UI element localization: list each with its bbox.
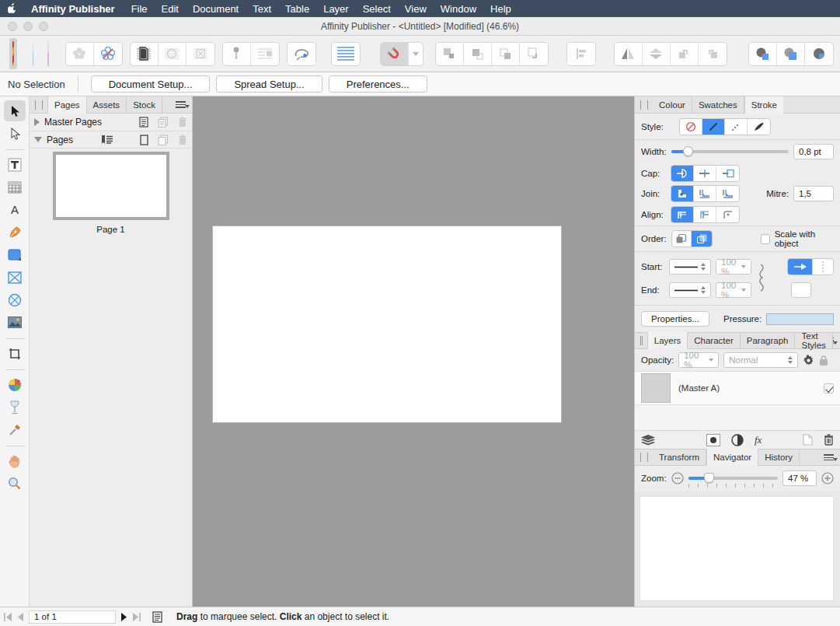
preferences-button[interactable]: Preferences... bbox=[329, 75, 427, 93]
flower-slash-icon[interactable] bbox=[94, 43, 122, 65]
geometry-subtract-icon[interactable] bbox=[777, 43, 805, 65]
next-page-button[interactable] bbox=[120, 613, 127, 621]
pen-tool[interactable] bbox=[4, 222, 26, 243]
move-backward-icon[interactable] bbox=[492, 43, 520, 65]
menu-help[interactable]: Help bbox=[483, 3, 518, 15]
cap-round-icon[interactable] bbox=[671, 166, 694, 181]
layer-row-master-a[interactable]: (Master A) bbox=[635, 371, 840, 405]
style-solid-icon[interactable] bbox=[702, 119, 725, 135]
fill-dot-icon[interactable] bbox=[706, 434, 720, 446]
apply-master-icon[interactable] bbox=[101, 135, 113, 145]
preview-frame-icon[interactable] bbox=[186, 43, 214, 65]
tab-text-styles[interactable]: Text Styles bbox=[795, 332, 832, 349]
style-brush-icon[interactable] bbox=[748, 119, 770, 135]
order-front-icon[interactable] bbox=[692, 231, 712, 247]
zoom-out-button[interactable] bbox=[671, 472, 684, 484]
duplicate-page-icon[interactable] bbox=[158, 135, 169, 145]
document-page[interactable] bbox=[213, 226, 561, 422]
adjustment-icon[interactable] bbox=[731, 434, 744, 446]
opacity-dropdown[interactable]: 100 % bbox=[678, 352, 719, 368]
tab-stock[interactable]: Stock bbox=[127, 96, 162, 114]
layer-thumbnail[interactable] bbox=[641, 373, 671, 403]
transparency-tool[interactable] bbox=[4, 397, 26, 418]
stroke-width-slider[interactable] bbox=[671, 150, 789, 153]
end-line-style-dropdown[interactable] bbox=[669, 282, 711, 298]
move-forward-icon[interactable] bbox=[464, 43, 492, 65]
snapping-magnet-icon[interactable] bbox=[381, 43, 409, 65]
menu-table[interactable]: Table bbox=[278, 3, 316, 15]
zoom-value-field[interactable]: 47 % bbox=[782, 470, 817, 486]
panel-grip-icon[interactable] bbox=[640, 336, 643, 345]
pages-row[interactable]: Pages bbox=[30, 131, 192, 149]
scale-with-object-checkbox[interactable] bbox=[761, 234, 770, 244]
stroke-width-field[interactable]: 0,8 pt bbox=[793, 144, 834, 159]
navigator-preview[interactable] bbox=[635, 491, 840, 607]
document-canvas[interactable] bbox=[193, 96, 634, 607]
master-pages-row[interactable]: Master Pages bbox=[30, 114, 192, 131]
baseline-grid-icon[interactable] bbox=[332, 43, 360, 65]
pressure-graph[interactable] bbox=[766, 313, 834, 325]
flip-horizontal-icon[interactable] bbox=[615, 43, 643, 65]
colour-picker-tool[interactable] bbox=[4, 419, 26, 440]
menu-edit[interactable]: Edit bbox=[155, 3, 186, 15]
artistic-text-tool[interactable]: A bbox=[4, 199, 26, 220]
align-outside-icon[interactable] bbox=[716, 207, 739, 222]
tab-pages[interactable]: Pages bbox=[47, 96, 87, 114]
geometry-divide-icon[interactable] bbox=[805, 43, 833, 65]
zoom-slider[interactable] bbox=[688, 477, 778, 480]
align-centre-icon[interactable] bbox=[671, 207, 694, 222]
spread-setup-button[interactable]: Spread Setup... bbox=[216, 75, 322, 93]
flower-disabled-icon[interactable] bbox=[66, 43, 94, 65]
move-tool[interactable] bbox=[4, 100, 26, 121]
menu-window[interactable]: Window bbox=[434, 3, 483, 15]
add-master-page-icon[interactable] bbox=[139, 117, 148, 128]
apple-icon[interactable] bbox=[8, 3, 25, 15]
place-image-tool[interactable] bbox=[4, 312, 26, 333]
preview-page-icon[interactable] bbox=[131, 43, 159, 65]
tab-navigator[interactable]: Navigator bbox=[706, 449, 758, 466]
zoom-tool[interactable] bbox=[4, 473, 26, 494]
delete-layer-icon[interactable] bbox=[824, 434, 834, 446]
tab-assets[interactable]: Assets bbox=[87, 96, 127, 114]
node-tool[interactable] bbox=[4, 123, 26, 144]
layer-visibility-checkbox[interactable] bbox=[824, 383, 834, 393]
flip-vertical-icon[interactable] bbox=[643, 43, 671, 65]
fx-icon[interactable]: fx bbox=[755, 434, 762, 446]
end-swatch-button[interactable] bbox=[791, 282, 811, 298]
tab-swatches[interactable]: Swatches bbox=[692, 96, 744, 114]
menu-select[interactable]: Select bbox=[356, 3, 398, 15]
lasso-select-icon[interactable] bbox=[288, 43, 315, 65]
move-to-front-icon[interactable] bbox=[436, 43, 464, 65]
join-round-icon[interactable] bbox=[694, 186, 716, 201]
colour-tool[interactable] bbox=[4, 374, 26, 395]
first-page-button[interactable] bbox=[3, 613, 12, 621]
order-behind-icon[interactable] bbox=[672, 231, 692, 247]
stroke-properties-button[interactable]: Properties... bbox=[641, 311, 709, 327]
tab-paragraph[interactable]: Paragraph bbox=[741, 332, 796, 349]
new-layer-icon[interactable] bbox=[803, 434, 813, 446]
cap-butt-icon[interactable] bbox=[694, 166, 716, 181]
tab-layers[interactable]: Layers bbox=[647, 332, 688, 349]
minimize-window-button[interactable] bbox=[23, 22, 33, 31]
duplicate-master-icon[interactable] bbox=[158, 117, 169, 128]
pin-icon[interactable] bbox=[223, 43, 251, 65]
join-bevel-icon[interactable] bbox=[716, 186, 739, 201]
picture-frame-rectangle-tool[interactable] bbox=[4, 267, 26, 288]
snapping-dropdown-arrow[interactable] bbox=[409, 43, 423, 65]
cap-square-icon[interactable] bbox=[716, 166, 739, 181]
panel-menu-icon[interactable] bbox=[176, 101, 186, 108]
picture-frame-ellipse-tool[interactable] bbox=[4, 289, 26, 310]
panel-grip-icon[interactable] bbox=[35, 100, 43, 110]
style-dashed-icon[interactable] bbox=[725, 119, 748, 135]
panel-menu-icon[interactable] bbox=[824, 454, 834, 461]
align-inside-icon[interactable] bbox=[694, 207, 716, 222]
document-setup-button[interactable]: Document Setup... bbox=[91, 75, 211, 93]
page-preview-icon[interactable] bbox=[152, 611, 162, 623]
expand-arrow-icon[interactable] bbox=[34, 118, 40, 126]
geometry-add-icon[interactable] bbox=[749, 43, 777, 65]
delete-master-icon[interactable] bbox=[178, 117, 187, 128]
layer-list-empty[interactable] bbox=[635, 405, 840, 430]
text-wrap-icon[interactable] bbox=[251, 43, 279, 65]
start-line-style-dropdown[interactable] bbox=[669, 259, 711, 275]
rotate-ccw-icon[interactable] bbox=[671, 43, 699, 65]
